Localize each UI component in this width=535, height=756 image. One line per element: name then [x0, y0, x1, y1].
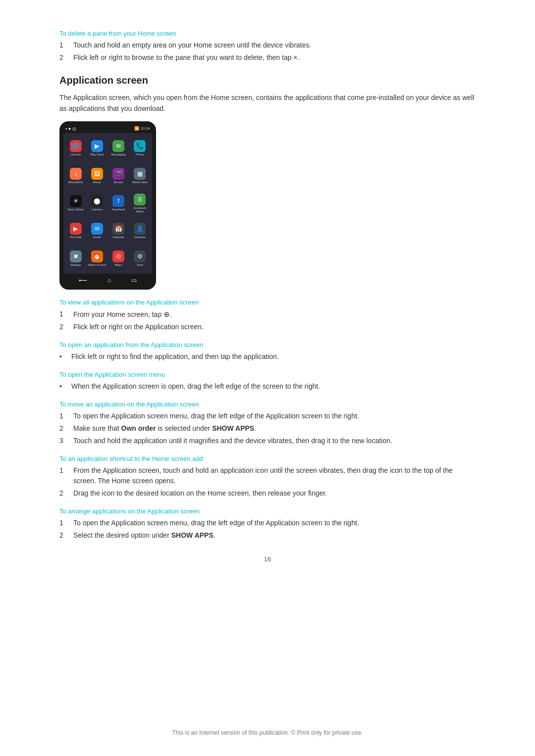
add-shortcut-steps: 1 From the Application screen, touch and…	[59, 465, 476, 499]
page-number: 16	[59, 555, 476, 563]
add-shortcut-heading: To an application shortcut to the Home s…	[59, 455, 476, 462]
move-app-section: To move an application on the Applicatio…	[59, 401, 476, 446]
arrange-apps-steps: 1 To open the Application screen menu, d…	[59, 518, 476, 541]
app-camera: ⬤ Camera	[87, 190, 107, 217]
app-movies: 🎬 Movies	[108, 162, 129, 189]
open-menu-step-1: When the Application screen is open, dra…	[59, 381, 476, 392]
page: To delete a pane from your Home screen 1…	[0, 0, 535, 756]
app-playstore: ▶ Play Store	[87, 135, 107, 162]
arrange-apps-step-2: 2 Select the desired option under SHOW A…	[59, 530, 476, 541]
app-screen-intro: The Application screen, which you open f…	[59, 92, 476, 114]
view-all-section: To view all applications on the Applicat…	[59, 299, 476, 333]
app-whatsnew: ▦ What's New	[130, 162, 150, 189]
delete-pane-section: To delete a pane from your Home screen 1…	[59, 30, 476, 63]
view-all-heading: To view all applications on the Applicat…	[59, 299, 476, 306]
view-all-step-1: 1 From your Home screen, tap ⊕.	[59, 309, 476, 320]
app-screen-title: Application screen	[59, 75, 476, 86]
arrange-apps-heading: To arrange applications on the Applicati…	[59, 507, 476, 515]
open-menu-steps: When the Application screen is open, dra…	[59, 381, 476, 392]
open-menu-heading: To open the Application screen menu	[59, 371, 476, 378]
delete-step-1: 1 Touch and hold an empty area on your H…	[59, 40, 476, 50]
app-contacts: 👤 Contacts	[130, 218, 150, 245]
nav-recents: ▭	[131, 277, 137, 284]
app-tools: ⚙ Tools	[130, 245, 150, 272]
app-facebook: f Facebook	[108, 190, 129, 217]
move-app-heading: To move an application on the Applicatio…	[59, 401, 476, 408]
open-app-heading: To open an application from the Applicat…	[59, 341, 476, 349]
app-chrome: 🌐 Chrome	[65, 135, 86, 162]
move-app-steps: 1 To open the Application screen menu, d…	[59, 411, 476, 446]
arrange-apps-step-1: 1 To open the Application screen menu, d…	[59, 518, 476, 528]
app-messaging: ✉ Messaging	[108, 135, 129, 162]
add-shortcut-step-1: 1 From the Application screen, touch and…	[59, 465, 476, 486]
app-phone: 📞 Phone	[130, 135, 150, 162]
move-app-step-3: 3 Touch and hold the application until i…	[59, 436, 476, 446]
delete-step-2: 2 Flick left or right to browse to the p…	[59, 52, 476, 63]
move-app-step-2: 2 Make sure that Own order is selected u…	[59, 423, 476, 434]
app-sonyselect: ✳ Sony Select	[65, 190, 86, 217]
phone-status-bar: ▪ ● ◎ 📶 10:34	[63, 126, 152, 131]
page-footer: This is an Internet version of this publ…	[0, 729, 535, 736]
app-alarm: ⏰ Alarm & clock	[87, 245, 107, 272]
app-socialife: S SocialLife News	[130, 190, 150, 217]
add-shortcut-section: To an application shortcut to the Home s…	[59, 455, 476, 499]
view-all-step-2: 2 Flick left or right on the Application…	[59, 322, 476, 332]
phone-mockup: ▪ ● ◎ 📶 10:34 🌐 Chrome ▶ Play Store ✉ Me…	[59, 121, 156, 290]
phone-screen: 🌐 Chrome ▶ Play Store ✉ Messaging 📞 Phon…	[63, 133, 152, 274]
add-shortcut-step-2: 2 Drag the icon to the desired location …	[59, 488, 476, 499]
app-walkman: ♪ WALKMAN	[65, 162, 86, 189]
open-app-steps: Flick left or right to find the applicat…	[59, 352, 476, 362]
delete-pane-steps: 1 Touch and hold an empty area on your H…	[59, 40, 476, 63]
app-email: ✉ Email	[87, 218, 107, 245]
app-album: 🖼 Album	[87, 162, 107, 189]
view-all-steps: 1 From your Home screen, tap ⊕. 2 Flick …	[59, 309, 476, 333]
application-screen-section: Application screen The Application scree…	[59, 75, 476, 541]
nav-home: ⌂	[107, 277, 111, 284]
app-maps: ㊗ Maps	[108, 245, 129, 272]
nav-back: ⟵	[79, 277, 87, 284]
signal-icons: 📶 10:34	[134, 126, 150, 131]
open-app-step-1: Flick left or right to find the applicat…	[59, 352, 476, 362]
app-calendar: 📅 Calendar	[108, 218, 129, 245]
move-app-step-1: 1 To open the Application screen menu, d…	[59, 411, 476, 421]
open-app-section: To open an application from the Applicat…	[59, 341, 476, 362]
app-settings: ✖ Settings	[65, 245, 86, 272]
open-menu-section: To open the Application screen menu When…	[59, 371, 476, 392]
delete-pane-heading: To delete a pane from your Home screen	[59, 30, 476, 37]
arrange-apps-section: To arrange applications on the Applicati…	[59, 507, 476, 541]
app-youtube: ▶ YouTube	[65, 218, 86, 245]
phone-nav-bar: ⟵ ⌂ ▭	[63, 274, 152, 285]
